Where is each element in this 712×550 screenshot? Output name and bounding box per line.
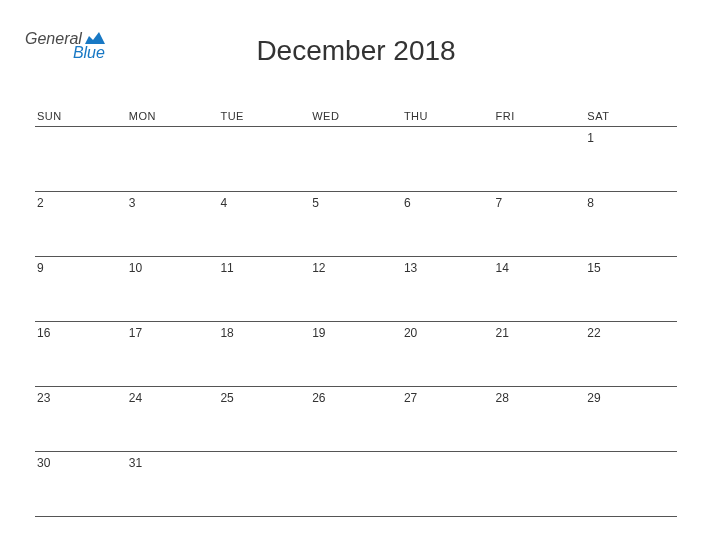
week-row: 9 10 11 12 13 14 15 [35, 257, 677, 322]
day-header-sun: SUN [35, 110, 127, 122]
week-row: 1 [35, 127, 677, 192]
day-cell [35, 127, 127, 191]
day-cell: 9 [35, 257, 127, 321]
day-cell: 8 [585, 192, 677, 256]
day-cell: 7 [494, 192, 586, 256]
day-cell: 31 [127, 452, 219, 516]
day-cell: 14 [494, 257, 586, 321]
day-cell: 20 [402, 322, 494, 386]
day-cell [310, 127, 402, 191]
day-cell: 24 [127, 387, 219, 451]
day-cell: 21 [494, 322, 586, 386]
day-cell: 28 [494, 387, 586, 451]
week-row: 16 17 18 19 20 21 22 [35, 322, 677, 387]
day-cell: 10 [127, 257, 219, 321]
day-header-tue: TUE [218, 110, 310, 122]
day-headers-row: SUN MON TUE WED THU FRI SAT [35, 110, 677, 127]
week-row: 30 31 [35, 452, 677, 517]
day-cell: 15 [585, 257, 677, 321]
day-cell: 1 [585, 127, 677, 191]
day-header-thu: THU [402, 110, 494, 122]
day-cell: 27 [402, 387, 494, 451]
week-row: 23 24 25 26 27 28 29 [35, 387, 677, 452]
day-header-sat: SAT [585, 110, 677, 122]
day-cell: 22 [585, 322, 677, 386]
day-cell [127, 127, 219, 191]
day-cell: 18 [218, 322, 310, 386]
day-header-fri: FRI [494, 110, 586, 122]
calendar-header: General Blue December 2018 [35, 30, 677, 85]
day-cell: 3 [127, 192, 219, 256]
day-cell: 23 [35, 387, 127, 451]
day-cell [494, 452, 586, 516]
day-cell [310, 452, 402, 516]
day-header-mon: MON [127, 110, 219, 122]
day-cell [218, 452, 310, 516]
day-cell [402, 452, 494, 516]
day-cell: 17 [127, 322, 219, 386]
day-cell [402, 127, 494, 191]
day-cell [585, 452, 677, 516]
day-cell: 6 [402, 192, 494, 256]
logo-text-blue: Blue [73, 44, 105, 62]
brand-logo: General Blue [25, 30, 105, 62]
day-header-wed: WED [310, 110, 402, 122]
day-cell: 29 [585, 387, 677, 451]
calendar-title: December 2018 [35, 30, 677, 67]
day-cell: 13 [402, 257, 494, 321]
day-cell: 5 [310, 192, 402, 256]
day-cell: 19 [310, 322, 402, 386]
day-cell [494, 127, 586, 191]
day-cell: 25 [218, 387, 310, 451]
calendar-grid: SUN MON TUE WED THU FRI SAT 1 2 3 4 5 6 … [35, 110, 677, 517]
day-cell: 16 [35, 322, 127, 386]
day-cell: 30 [35, 452, 127, 516]
day-cell: 4 [218, 192, 310, 256]
day-cell: 2 [35, 192, 127, 256]
day-cell: 11 [218, 257, 310, 321]
week-row: 2 3 4 5 6 7 8 [35, 192, 677, 257]
day-cell [218, 127, 310, 191]
day-cell: 26 [310, 387, 402, 451]
day-cell: 12 [310, 257, 402, 321]
